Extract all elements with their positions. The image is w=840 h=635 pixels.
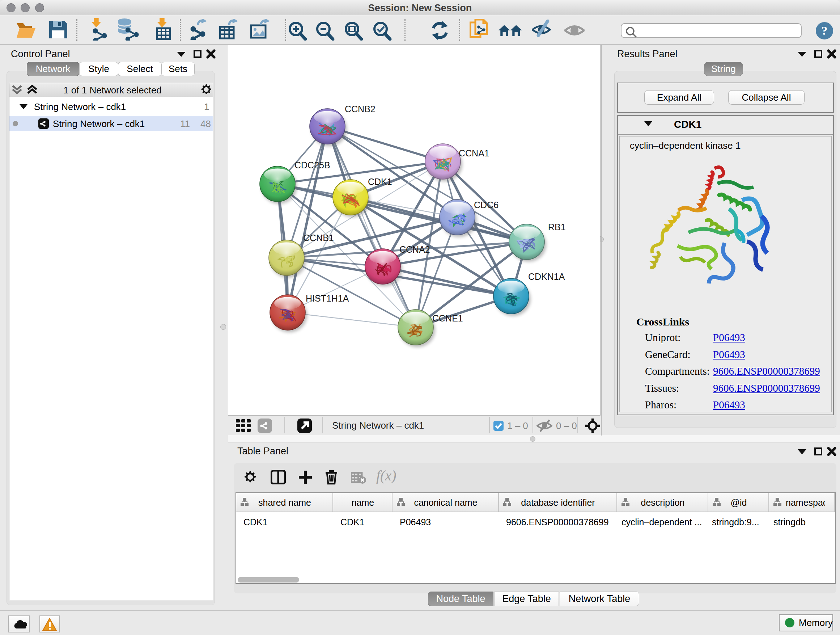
svg-text:CDC25B: CDC25B [294,160,330,170]
svg-text:CCNB1: CCNB1 [303,233,334,243]
svg-text:CCNE1: CCNE1 [432,313,463,323]
svg-text:CCNA1: CCNA1 [459,148,489,158]
svg-text:CDC6: CDC6 [474,200,499,210]
svg-text:?: ? [821,24,828,37]
svg-text:CCNB2: CCNB2 [345,104,376,114]
svg-text:RB1: RB1 [548,222,566,232]
svg-text:CCNA2: CCNA2 [399,244,430,255]
svg-text:CDKN1A: CDKN1A [528,272,565,282]
svg-text:HIST1H1A: HIST1H1A [306,293,349,303]
svg-text:CDK1: CDK1 [368,177,392,187]
